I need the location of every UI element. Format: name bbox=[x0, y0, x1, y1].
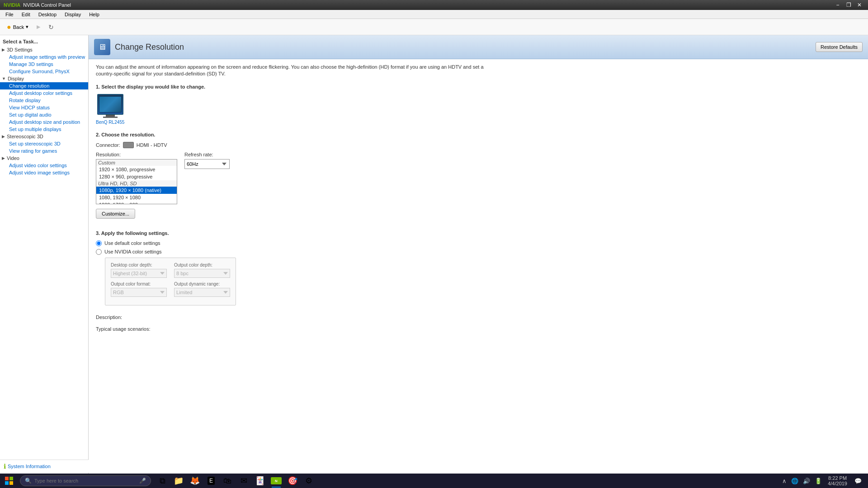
refresh-rate-label: Refresh rate: bbox=[184, 152, 230, 157]
task-view-icon: ⧉ bbox=[160, 476, 165, 486]
taskbar-firefox[interactable]: 🦊 bbox=[187, 474, 203, 488]
taskbar-task-view[interactable]: ⧉ bbox=[155, 474, 170, 488]
svg-rect-3 bbox=[9, 481, 13, 485]
clock[interactable]: 8:22 PM 4/4/2019 bbox=[825, 474, 850, 487]
sidebar-item-video-image[interactable]: Adjust video image settings bbox=[0, 169, 88, 176]
taskbar-app10[interactable]: ⚙ bbox=[301, 474, 316, 488]
radio-use-nvidia[interactable] bbox=[96, 249, 102, 255]
res-item-native[interactable]: 1080p, 868 × 488 (native) bbox=[96, 187, 177, 194]
expand-display-icon: ▼ bbox=[2, 76, 6, 81]
sidebar-item-manage-3d[interactable]: Manage 3D settings bbox=[0, 61, 88, 68]
minimize-button[interactable]: − bbox=[833, 1, 843, 9]
res-item-1080[interactable]: 1080, 868 × 488 bbox=[96, 194, 177, 201]
sidebar-item-view-rating[interactable]: View rating for games bbox=[0, 147, 88, 155]
sidebar-item-multiple-displays[interactable]: Set up multiple displays bbox=[0, 126, 88, 133]
title-bar: NVIDIA NVIDIA Control Panel − ❐ ✕ bbox=[0, 0, 868, 10]
microphone-icon: 🎤 bbox=[139, 478, 146, 484]
menu-file[interactable]: File bbox=[2, 11, 17, 18]
search-input[interactable] bbox=[34, 478, 137, 483]
refresh-icon: ↻ bbox=[48, 23, 54, 31]
close-button[interactable]: ✕ bbox=[854, 1, 864, 9]
apply-settings-section: 3. Apply the following settings. Use def… bbox=[96, 230, 861, 305]
res-group-ultra-hd: Ultra HD, HD, SD bbox=[96, 180, 177, 187]
output-color-depth-field: Output color depth: 8 bpc bbox=[174, 263, 230, 278]
restore-defaults-button[interactable]: Restore Defaults bbox=[816, 42, 863, 52]
network-icon[interactable]: 🌐 bbox=[790, 477, 800, 485]
monitor-screen bbox=[99, 96, 122, 113]
sidebar: Select a Task... ▶ 3D Settings Adjust im… bbox=[0, 35, 89, 474]
date-display: 4/4/2019 bbox=[828, 481, 847, 486]
color-settings-row-1: Desktop color depth: Highest (32-bit) Ou… bbox=[111, 263, 230, 278]
sidebar-item-rotate-display[interactable]: Rotate display bbox=[0, 97, 88, 104]
desktop-color-depth-select: Highest (32-bit) bbox=[111, 269, 167, 278]
taskbar-nvidia[interactable]: N bbox=[269, 474, 284, 488]
group-display[interactable]: ▼ Display bbox=[0, 75, 88, 82]
system-info-icon: ℹ bbox=[4, 463, 6, 470]
menu-help[interactable]: Help bbox=[85, 11, 103, 18]
start-button[interactable] bbox=[0, 474, 18, 488]
sidebar-item-setup-stereoscopic[interactable]: Set up stereoscopic 3D bbox=[0, 140, 88, 147]
back-button[interactable]: ● Back ▾ bbox=[4, 21, 32, 33]
forward-button[interactable]: ▶ bbox=[33, 22, 43, 32]
taskbar-right: ∧ 🌐 🔊 🔋 8:22 PM 4/4/2019 💬 bbox=[781, 474, 868, 487]
sidebar-item-desktop-size[interactable]: Adjust desktop size and position bbox=[0, 118, 88, 126]
group-video[interactable]: ▶ Video bbox=[0, 155, 88, 162]
sidebar-item-video-color[interactable]: Adjust video color settings bbox=[0, 162, 88, 169]
search-bar[interactable]: 🔍 🎤 bbox=[20, 475, 151, 486]
expand-stereoscopic-icon: ▶ bbox=[2, 134, 5, 139]
taskbar-mail[interactable]: ✉ bbox=[236, 474, 251, 488]
resolution-refresh-row: Resolution: Custom 1920 × 1080, progress… bbox=[96, 152, 861, 204]
taskbar-solitaire[interactable]: 🃏 bbox=[252, 474, 268, 488]
resolution-icon: 🖥 bbox=[98, 42, 106, 52]
search-icon: 🔍 bbox=[25, 478, 32, 484]
res-item-2[interactable]: 1280 × 960, progressive bbox=[96, 173, 177, 180]
group-video-label: Video bbox=[7, 155, 19, 161]
radio-use-nvidia-label[interactable]: Use NVIDIA color settings bbox=[104, 249, 162, 254]
nvidia-logo: NVIDIA bbox=[4, 2, 20, 8]
taskbar-gaming[interactable]: 🎯 bbox=[285, 474, 300, 488]
resolution-field-group: Resolution: Custom 1920 × 1080, progress… bbox=[96, 152, 177, 204]
system-info-link[interactable]: ℹ System Information bbox=[4, 463, 85, 470]
taskbar-file-explorer[interactable]: 📁 bbox=[171, 474, 186, 488]
menu-desktop[interactable]: Desktop bbox=[35, 11, 60, 18]
res-item-1[interactable]: 1920 × 1080, progressive bbox=[96, 166, 177, 173]
radio-use-default[interactable] bbox=[96, 240, 102, 246]
volume-icon[interactable]: 🔊 bbox=[802, 477, 811, 485]
customize-button[interactable]: Customize... bbox=[96, 209, 135, 219]
battery-icon[interactable]: 🔋 bbox=[813, 477, 823, 485]
menu-edit[interactable]: Edit bbox=[18, 11, 34, 18]
resolution-section: 2. Choose the resolution. Connector: HDM… bbox=[96, 132, 861, 223]
sidebar-item-view-hdcp[interactable]: View HDCP status bbox=[0, 104, 88, 111]
sidebar-item-adjust-image[interactable]: Adjust image settings with preview bbox=[0, 53, 88, 61]
firefox-icon: 🦊 bbox=[190, 476, 200, 486]
toolbar: ● Back ▾ ▶ ↻ bbox=[0, 19, 868, 35]
group-3d-settings[interactable]: ▶ 3D Settings bbox=[0, 46, 88, 53]
sidebar-item-digital-audio[interactable]: Set up digital audio bbox=[0, 111, 88, 118]
system-info-label: System Information bbox=[8, 464, 51, 469]
sidebar-item-change-resolution[interactable]: Change resolution bbox=[0, 82, 88, 89]
sidebar-item-configure-surround[interactable]: Configure Surround, PhysX bbox=[0, 68, 88, 75]
sidebar-item-adjust-desktop-color[interactable]: Adjust desktop color settings bbox=[0, 89, 88, 97]
restore-button[interactable]: ❐ bbox=[844, 1, 854, 9]
refresh-rate-field-group: Refresh rate: 60Hz 59Hz 50Hz 30Hz 25Hz 2… bbox=[184, 152, 230, 169]
radio-use-default-label[interactable]: Use default color settings bbox=[104, 240, 160, 246]
res-item-1080-992[interactable]: 1080, 1768 × 992 bbox=[96, 201, 177, 204]
color-settings-panel: Desktop color depth: Highest (32-bit) Ou… bbox=[105, 258, 236, 305]
chevron-up-icon[interactable]: ∧ bbox=[781, 477, 788, 485]
monitor-base bbox=[103, 117, 118, 118]
epic-icon: E bbox=[208, 477, 215, 485]
menu-display[interactable]: Display bbox=[61, 11, 85, 18]
display-selection-section: 1. Select the display you would like to … bbox=[96, 84, 861, 125]
taskbar-store[interactable]: 🛍 bbox=[220, 474, 235, 488]
forward-icon: ▶ bbox=[37, 24, 40, 30]
refresh-button[interactable]: ↻ bbox=[45, 22, 57, 33]
main-layout: Select a Task... ▶ 3D Settings Adjust im… bbox=[0, 35, 868, 474]
page-description: You can adjust the amount of information… bbox=[96, 64, 503, 78]
refresh-rate-select[interactable]: 60Hz 59Hz 50Hz 30Hz 25Hz 24Hz bbox=[184, 159, 230, 169]
resolution-listbox[interactable]: Custom 1920 × 1080, progressive 1280 × 9… bbox=[96, 159, 177, 204]
notification-button[interactable]: 💬 bbox=[852, 477, 864, 485]
step2-title: 2. Choose the resolution. bbox=[96, 132, 861, 137]
monitor-select[interactable]: BenQ RL2455 bbox=[96, 94, 124, 125]
taskbar-epic[interactable]: E bbox=[203, 474, 219, 488]
group-stereoscopic[interactable]: ▶ Stereoscopic 3D bbox=[0, 133, 88, 140]
